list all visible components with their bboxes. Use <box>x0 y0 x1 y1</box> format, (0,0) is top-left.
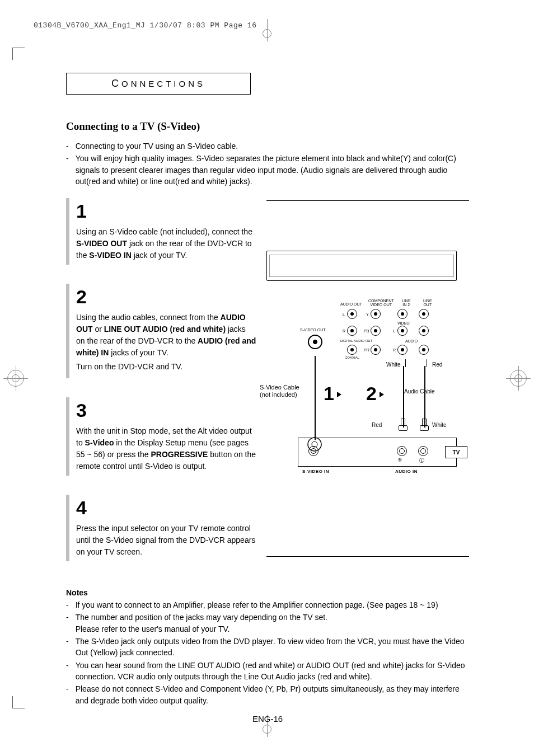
registration-mark-icon <box>506 366 531 391</box>
intro-text: You will enjoy high quality images. S-Vi… <box>76 153 469 187</box>
note-item: -You can hear sound from the LINE OUT AU… <box>66 660 469 683</box>
step-number: 3 <box>76 401 256 420</box>
step-number: 2 <box>76 287 256 306</box>
tv-jack-icon <box>397 446 407 456</box>
intro-list: - Connecting to your TV using an S-Video… <box>66 140 469 187</box>
connection-diagram: AUDIO OUT COMPONENT VIDEO OUT LINE IN 2 … <box>266 198 469 556</box>
note-item: -The S-Video jack only outputs video fro… <box>66 636 469 659</box>
step-number: 1 <box>76 201 256 220</box>
s-video-in-label: S-VIDEO IN <box>302 469 329 474</box>
note-item: -The number and position of the jacks ma… <box>66 612 469 635</box>
crop-mark <box>12 48 25 60</box>
tv-label: TV <box>445 446 467 458</box>
notes-heading: Notes <box>66 588 469 597</box>
page-subtitle: Connecting to a TV (S-Video) <box>66 120 469 133</box>
step-4: 4 Press the input selector on your TV re… <box>66 495 256 561</box>
intro-text: Connecting to your TV using an S-Video c… <box>76 140 238 152</box>
audio-in-label: AUDIO IN <box>395 469 418 474</box>
s-video-jack-icon <box>308 335 322 349</box>
back-panel-diagram: AUDIO OUT COMPONENT VIDEO OUT LINE IN 2 … <box>308 304 457 369</box>
tv-icon: ® Ⓛ TV <box>298 438 457 467</box>
s-video-cable-label: S-Video Cable (not included) <box>260 384 299 398</box>
dvd-vcr-icon <box>266 251 457 281</box>
registration-mark-icon <box>3 366 28 391</box>
intro-item: - Connecting to your TV using an S-Video… <box>66 140 469 152</box>
notes-list: -If you want to connect to an Amplifier,… <box>66 599 469 706</box>
note-item: -Please do not connect S-Video and Compo… <box>66 683 469 706</box>
steps-column: 1 Using an S-Video cable (not included),… <box>66 198 256 580</box>
diagram-callout-1: 1 <box>324 383 334 405</box>
tv-jack-icon <box>308 446 318 456</box>
rca-plug-icon <box>399 419 407 431</box>
note-item: -If you want to connect to an Amplifier,… <box>66 599 469 611</box>
step-1: 1 Using an S-Video cable (not included),… <box>66 198 256 265</box>
intro-item: - You will enjoy high quality images. S-… <box>66 153 469 187</box>
print-header: 01304B_V6700_XAA_Eng1_MJ 1/30/07 8:03 PM… <box>34 21 256 30</box>
page-content: CONNECTIONS Connecting to a TV (S-Video)… <box>66 73 469 724</box>
step-body: Press the input selector on your TV remo… <box>76 523 256 558</box>
step-body: With the unit in Stop mode, set the Alt … <box>76 425 256 472</box>
tv-jack-icon <box>418 446 428 456</box>
crop-mark <box>12 696 25 708</box>
section-heading-box: CONNECTIONS <box>66 73 251 95</box>
s-video-cable-line <box>315 356 316 440</box>
step-3: 3 With the unit in Stop mode, set the Al… <box>66 397 256 476</box>
audio-cable-label: Audio Cable <box>404 388 434 395</box>
rca-plug-icon <box>420 419 429 431</box>
section-heading-rest: ONNECTIONS <box>121 79 205 88</box>
step-body: Using the audio cables, connect from the… <box>76 312 256 373</box>
registration-mark-icon <box>259 19 275 41</box>
section-heading-cap: C <box>111 78 121 89</box>
page-number: ENG-16 <box>66 714 469 724</box>
diagram-callout-2: 2 <box>366 383 377 405</box>
step-number: 4 <box>76 498 256 517</box>
step-2: 2 Using the audio cables, connect from t… <box>66 284 256 378</box>
step-body: Using an S-Video cable (not included), c… <box>76 226 256 261</box>
